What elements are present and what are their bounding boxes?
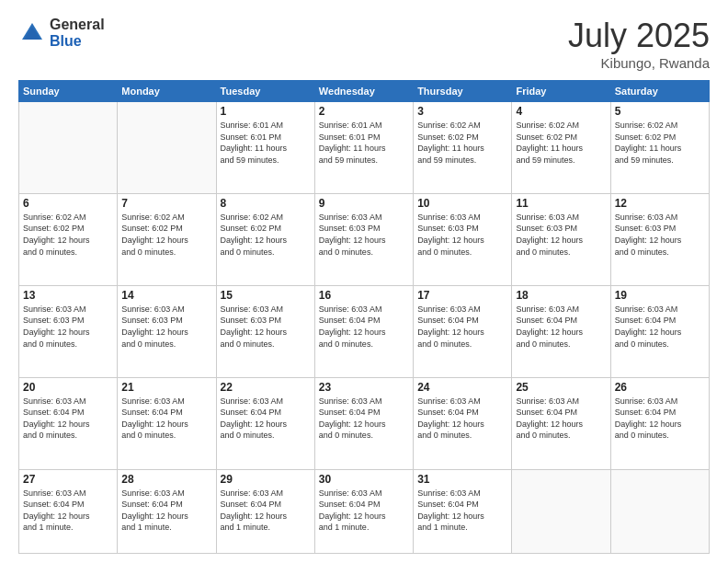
- table-row: 28Sunrise: 6:03 AM Sunset: 6:04 PM Dayli…: [118, 469, 216, 553]
- table-row: 3Sunrise: 6:02 AM Sunset: 6:02 PM Daylig…: [414, 102, 512, 194]
- day-info: Sunrise: 6:03 AM Sunset: 6:04 PM Dayligh…: [615, 396, 705, 442]
- table-row: 15Sunrise: 6:03 AM Sunset: 6:03 PM Dayli…: [216, 285, 314, 377]
- table-row: 20Sunrise: 6:03 AM Sunset: 6:04 PM Dayli…: [19, 377, 118, 469]
- table-row: 12Sunrise: 6:03 AM Sunset: 6:03 PM Dayli…: [610, 193, 709, 285]
- day-info: Sunrise: 6:03 AM Sunset: 6:04 PM Dayligh…: [121, 488, 211, 534]
- day-number: 28: [121, 473, 211, 486]
- day-number: 26: [615, 381, 705, 394]
- day-info: Sunrise: 6:02 AM Sunset: 6:02 PM Dayligh…: [23, 212, 113, 258]
- calendar-table: Sunday Monday Tuesday Wednesday Thursday…: [18, 80, 710, 554]
- day-number: 3: [417, 105, 507, 118]
- day-number: 13: [23, 289, 113, 302]
- table-row: 1Sunrise: 6:01 AM Sunset: 6:01 PM Daylig…: [216, 102, 314, 194]
- header: General Blue July 2025 Kibungo, Rwanda: [18, 17, 710, 71]
- table-row: 4Sunrise: 6:02 AM Sunset: 6:02 PM Daylig…: [512, 102, 610, 194]
- table-row: 23Sunrise: 6:03 AM Sunset: 6:04 PM Dayli…: [314, 377, 413, 469]
- day-number: 30: [319, 473, 409, 486]
- table-row: 11Sunrise: 6:03 AM Sunset: 6:03 PM Dayli…: [512, 193, 610, 285]
- day-info: Sunrise: 6:03 AM Sunset: 6:03 PM Dayligh…: [516, 212, 606, 258]
- day-info: Sunrise: 6:03 AM Sunset: 6:04 PM Dayligh…: [417, 304, 507, 350]
- day-info: Sunrise: 6:03 AM Sunset: 6:04 PM Dayligh…: [615, 304, 705, 350]
- day-number: 24: [417, 381, 507, 394]
- day-info: Sunrise: 6:03 AM Sunset: 6:04 PM Dayligh…: [319, 396, 409, 442]
- table-row: 10Sunrise: 6:03 AM Sunset: 6:03 PM Dayli…: [414, 193, 512, 285]
- day-number: 15: [221, 289, 311, 302]
- day-number: 8: [221, 197, 311, 210]
- day-info: Sunrise: 6:03 AM Sunset: 6:04 PM Dayligh…: [23, 488, 113, 534]
- day-info: Sunrise: 6:02 AM Sunset: 6:02 PM Dayligh…: [221, 212, 311, 258]
- table-row: [512, 469, 610, 553]
- day-info: Sunrise: 6:03 AM Sunset: 6:03 PM Dayligh…: [121, 304, 211, 350]
- table-row: 6Sunrise: 6:02 AM Sunset: 6:02 PM Daylig…: [19, 193, 118, 285]
- day-info: Sunrise: 6:03 AM Sunset: 6:04 PM Dayligh…: [319, 488, 409, 534]
- table-row: 24Sunrise: 6:03 AM Sunset: 6:04 PM Dayli…: [414, 377, 512, 469]
- month-year-title: July 2025: [568, 17, 710, 55]
- table-row: [610, 469, 709, 553]
- logo-blue-text: Blue: [50, 33, 105, 50]
- page: General Blue July 2025 Kibungo, Rwanda S…: [0, 0, 728, 563]
- day-number: 16: [319, 289, 409, 302]
- table-row: 22Sunrise: 6:03 AM Sunset: 6:04 PM Dayli…: [216, 377, 314, 469]
- col-tuesday: Tuesday: [216, 81, 314, 102]
- table-row: 5Sunrise: 6:02 AM Sunset: 6:02 PM Daylig…: [610, 102, 709, 194]
- day-info: Sunrise: 6:03 AM Sunset: 6:03 PM Dayligh…: [417, 212, 507, 258]
- table-row: 13Sunrise: 6:03 AM Sunset: 6:03 PM Dayli…: [19, 285, 118, 377]
- day-number: 27: [23, 473, 113, 486]
- table-row: 21Sunrise: 6:03 AM Sunset: 6:04 PM Dayli…: [118, 377, 216, 469]
- col-friday: Friday: [512, 81, 610, 102]
- day-number: 21: [121, 381, 211, 394]
- location-subtitle: Kibungo, Rwanda: [568, 55, 710, 71]
- day-info: Sunrise: 6:02 AM Sunset: 6:02 PM Dayligh…: [615, 120, 705, 166]
- table-row: 18Sunrise: 6:03 AM Sunset: 6:04 PM Dayli…: [512, 285, 610, 377]
- table-row: 27Sunrise: 6:03 AM Sunset: 6:04 PM Dayli…: [19, 469, 118, 553]
- day-number: 14: [121, 289, 211, 302]
- day-number: 1: [221, 105, 311, 118]
- day-number: 19: [615, 289, 705, 302]
- day-info: Sunrise: 6:02 AM Sunset: 6:02 PM Dayligh…: [121, 212, 211, 258]
- day-info: Sunrise: 6:03 AM Sunset: 6:04 PM Dayligh…: [516, 396, 606, 442]
- day-info: Sunrise: 6:03 AM Sunset: 6:04 PM Dayligh…: [23, 396, 113, 442]
- day-info: Sunrise: 6:03 AM Sunset: 6:03 PM Dayligh…: [319, 212, 409, 258]
- table-row: [118, 102, 216, 194]
- day-number: 31: [417, 473, 507, 486]
- day-number: 2: [319, 105, 409, 118]
- day-info: Sunrise: 6:03 AM Sunset: 6:04 PM Dayligh…: [221, 396, 311, 442]
- table-row: 2Sunrise: 6:01 AM Sunset: 6:01 PM Daylig…: [314, 102, 413, 194]
- weekday-header-row: Sunday Monday Tuesday Wednesday Thursday…: [19, 81, 710, 102]
- table-row: 25Sunrise: 6:03 AM Sunset: 6:04 PM Dayli…: [512, 377, 610, 469]
- day-info: Sunrise: 6:03 AM Sunset: 6:04 PM Dayligh…: [417, 396, 507, 442]
- day-info: Sunrise: 6:03 AM Sunset: 6:04 PM Dayligh…: [319, 304, 409, 350]
- day-info: Sunrise: 6:03 AM Sunset: 6:03 PM Dayligh…: [221, 304, 311, 350]
- day-info: Sunrise: 6:03 AM Sunset: 6:04 PM Dayligh…: [417, 488, 507, 534]
- day-number: 20: [23, 381, 113, 394]
- table-row: 16Sunrise: 6:03 AM Sunset: 6:04 PM Dayli…: [314, 285, 413, 377]
- day-info: Sunrise: 6:03 AM Sunset: 6:04 PM Dayligh…: [516, 304, 606, 350]
- table-row: 26Sunrise: 6:03 AM Sunset: 6:04 PM Dayli…: [610, 377, 709, 469]
- table-row: 30Sunrise: 6:03 AM Sunset: 6:04 PM Dayli…: [314, 469, 413, 553]
- day-number: 9: [319, 197, 409, 210]
- col-sunday: Sunday: [19, 81, 118, 102]
- day-number: 10: [417, 197, 507, 210]
- table-row: 31Sunrise: 6:03 AM Sunset: 6:04 PM Dayli…: [414, 469, 512, 553]
- day-info: Sunrise: 6:03 AM Sunset: 6:03 PM Dayligh…: [23, 304, 113, 350]
- title-block: July 2025 Kibungo, Rwanda: [568, 17, 710, 71]
- day-number: 4: [516, 105, 606, 118]
- col-saturday: Saturday: [610, 81, 709, 102]
- logo-icon: [18, 19, 46, 47]
- table-row: 19Sunrise: 6:03 AM Sunset: 6:04 PM Dayli…: [610, 285, 709, 377]
- day-info: Sunrise: 6:03 AM Sunset: 6:04 PM Dayligh…: [221, 488, 311, 534]
- table-row: 14Sunrise: 6:03 AM Sunset: 6:03 PM Dayli…: [118, 285, 216, 377]
- table-row: 29Sunrise: 6:03 AM Sunset: 6:04 PM Dayli…: [216, 469, 314, 553]
- day-number: 17: [417, 289, 507, 302]
- col-thursday: Thursday: [414, 81, 512, 102]
- logo-general-text: General: [50, 17, 105, 33]
- table-row: 7Sunrise: 6:02 AM Sunset: 6:02 PM Daylig…: [118, 193, 216, 285]
- day-info: Sunrise: 6:03 AM Sunset: 6:04 PM Dayligh…: [121, 396, 211, 442]
- day-number: 23: [319, 381, 409, 394]
- logo-text: General Blue: [50, 17, 105, 49]
- day-number: 18: [516, 289, 606, 302]
- day-info: Sunrise: 6:03 AM Sunset: 6:03 PM Dayligh…: [615, 212, 705, 258]
- table-row: [19, 102, 118, 194]
- col-wednesday: Wednesday: [314, 81, 413, 102]
- day-number: 7: [121, 197, 211, 210]
